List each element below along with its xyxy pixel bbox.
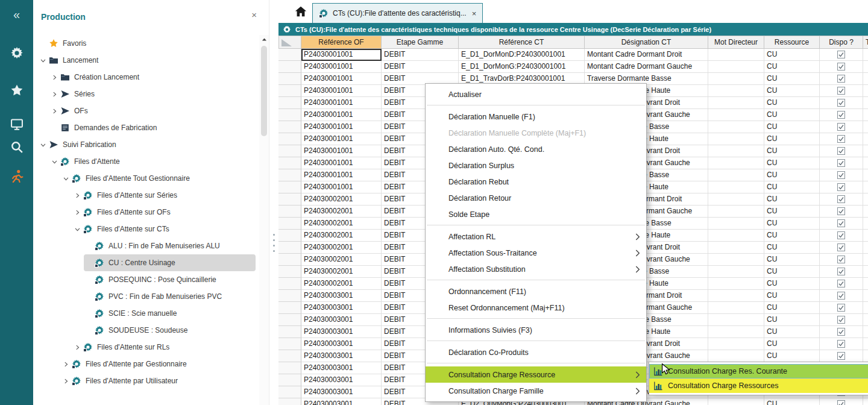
row-selector[interactable] xyxy=(278,73,301,85)
row-selector[interactable] xyxy=(278,386,301,398)
checkbox-checked-icon[interactable] xyxy=(837,123,845,131)
row-selector[interactable] xyxy=(278,145,301,157)
search-icon[interactable] xyxy=(0,136,33,158)
submenu-item-consultation-charge-res-courante[interactable]: Consultation Charge Res. Courante xyxy=(649,364,868,378)
cell-ressource[interactable]: CU xyxy=(764,278,820,290)
cell-ref_of[interactable]: P24030003001 xyxy=(301,362,382,374)
column-header-etape[interactable]: Etape Gamme xyxy=(382,36,459,49)
cell-dispo[interactable] xyxy=(820,97,863,109)
expander-collapsed-icon[interactable] xyxy=(61,359,71,369)
cell-ref_of[interactable]: P24030003001 xyxy=(301,398,382,405)
checkbox-checked-icon[interactable] xyxy=(837,219,845,227)
cell-ref_of[interactable]: P24030003001 xyxy=(301,326,382,338)
tree-item-alu-fin-de-fab-menuiseries-alu[interactable]: ALU : Fin de Fab Menuiseries ALU xyxy=(84,237,256,254)
cell-ref_of[interactable]: P24030001001 xyxy=(301,49,382,61)
cell-ressource[interactable]: CU xyxy=(764,61,820,73)
cell-mot[interactable] xyxy=(708,73,764,85)
cell-t[interactable] xyxy=(863,302,868,314)
checkbox-checked-icon[interactable] xyxy=(837,159,845,167)
menu-item-declaration-rebut[interactable]: Déclaration Rebut xyxy=(426,174,646,190)
cell-ressource[interactable]: CU xyxy=(764,290,820,302)
expander-collapsed-icon[interactable] xyxy=(49,89,60,99)
menu-item-affectation-sous-traitance[interactable]: Affectation Sous-Traitance xyxy=(426,245,646,261)
settings-icon[interactable] xyxy=(0,42,33,64)
cell-t[interactable] xyxy=(863,266,868,278)
checkbox-checked-icon[interactable] xyxy=(837,183,845,191)
cell-t[interactable] xyxy=(863,169,868,181)
row-selector[interactable] xyxy=(278,278,301,290)
cell-dispo[interactable] xyxy=(820,218,863,230)
column-header-sel[interactable] xyxy=(278,36,301,49)
cell-dispo[interactable] xyxy=(820,302,863,314)
cell-t[interactable] xyxy=(863,290,868,302)
cell-ressource[interactable]: CU xyxy=(764,169,820,181)
checkbox-checked-icon[interactable] xyxy=(837,328,845,336)
cell-t[interactable] xyxy=(863,254,868,266)
scroll-up-icon[interactable] xyxy=(259,35,269,44)
cell-ressource[interactable]: CU xyxy=(764,85,820,97)
row-selector[interactable] xyxy=(278,374,301,386)
row-selector[interactable] xyxy=(278,314,301,326)
cell-mot[interactable] xyxy=(708,133,764,145)
cell-ressource[interactable]: CU xyxy=(764,398,820,405)
cell-dispo[interactable] xyxy=(820,242,863,254)
checkbox-checked-icon[interactable] xyxy=(837,268,845,275)
cell-dispo[interactable] xyxy=(820,145,863,157)
tree-item-ofs[interactable]: OFs xyxy=(49,102,256,119)
tree-item-cu-centre-usinage[interactable]: CU : Centre Usinage xyxy=(84,254,256,271)
cell-dispo[interactable] xyxy=(820,398,863,405)
checkbox-checked-icon[interactable] xyxy=(837,147,845,155)
cell-mot[interactable] xyxy=(708,338,764,350)
submenu-item-consultation-charge-ressources[interactable]: Consultation Charge Ressources xyxy=(649,378,868,393)
cell-ressource[interactable]: CU xyxy=(764,230,820,242)
cell-ref_of[interactable]: P24030001001 xyxy=(301,157,382,169)
column-header-ref_of[interactable]: Référence OF xyxy=(301,36,382,49)
tree-item-scie-scie-manuelle[interactable]: SCIE : Scie manuelle xyxy=(84,305,256,322)
cell-dispo[interactable] xyxy=(820,121,863,133)
collapse-panel-button[interactable]: « xyxy=(0,4,33,25)
cell-dispo[interactable] xyxy=(820,278,863,290)
cell-t[interactable] xyxy=(863,157,868,169)
cell-etape[interactable]: DEBIT xyxy=(382,61,459,73)
cell-mot[interactable] xyxy=(708,278,764,290)
row-selector[interactable] xyxy=(278,206,301,218)
cell-t[interactable] xyxy=(863,278,868,290)
cell-ref_of[interactable]: P24030002001 xyxy=(301,193,382,206)
cell-t[interactable] xyxy=(863,350,868,362)
tree-item-files-d-attente-par-utilisateur[interactable]: Files d'Attente par Utilisateur xyxy=(61,372,256,389)
cell-ref_of[interactable]: P24030001001 xyxy=(301,121,382,133)
cell-designation[interactable]: Montant Cadre Dormant Gauche xyxy=(585,61,708,73)
cell-ressource[interactable]: CU xyxy=(764,109,820,121)
tree-item-posequinc-pose-quincaillerie[interactable]: POSEQUINC : Pose Quincaillerie xyxy=(84,271,256,288)
row-selector[interactable] xyxy=(278,218,301,230)
cell-ref_of[interactable]: P24030003001 xyxy=(301,350,382,362)
cell-ref_of[interactable]: P24030003001 xyxy=(301,302,382,314)
cell-ref_of[interactable]: P24030001001 xyxy=(301,109,382,121)
expander-collapsed-icon[interactable] xyxy=(72,207,83,217)
cell-t[interactable] xyxy=(863,85,868,97)
cell-dispo[interactable] xyxy=(820,109,863,121)
tree-item-files-d-attente-sur-rls[interactable]: Files d'Attente sur RLs xyxy=(72,339,256,356)
checkbox-checked-icon[interactable] xyxy=(837,292,845,300)
tab-cts-cu-file-attente[interactable]: CTs (CU):File d'attente des caractéristi… xyxy=(312,3,483,23)
close-panel-button[interactable]: × xyxy=(251,10,257,20)
select-all-corner-icon[interactable] xyxy=(281,39,292,46)
menu-item-informations-suivies-f3[interactable]: Informations Suivies (F3) xyxy=(426,322,646,338)
cell-dispo[interactable] xyxy=(820,350,863,362)
cell-ressource[interactable]: CU xyxy=(764,145,820,157)
checkbox-checked-icon[interactable] xyxy=(837,304,845,312)
row-selector[interactable] xyxy=(278,133,301,145)
cell-mot[interactable] xyxy=(708,314,764,326)
checkbox-checked-icon[interactable] xyxy=(837,63,845,71)
row-selector[interactable] xyxy=(278,398,301,405)
cell-dispo[interactable] xyxy=(820,73,863,85)
tree-item-files-d-attente-tout-gestionnaire[interactable]: Files d'Attente Tout Gestionnaire xyxy=(61,170,256,187)
cell-ref_of[interactable]: P24030002001 xyxy=(301,218,382,230)
cell-t[interactable] xyxy=(863,121,868,133)
cell-mot[interactable] xyxy=(708,193,764,206)
cell-dispo[interactable] xyxy=(820,206,863,218)
cell-ressource[interactable]: CU xyxy=(764,157,820,169)
tree-item-pvc-fin-de-fab-menuiseries-pvc[interactable]: PVC : Fin de Fab Menuiseries PVC xyxy=(84,288,256,305)
home-button[interactable] xyxy=(294,5,309,19)
cell-ref_of[interactable]: P24030002001 xyxy=(301,254,382,266)
